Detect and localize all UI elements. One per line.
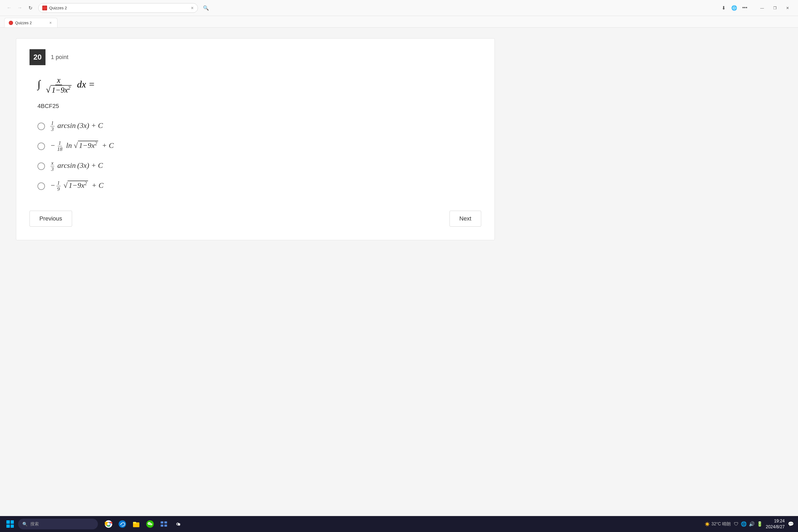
svg-rect-14 bbox=[165, 525, 167, 527]
taskbar-settings[interactable] bbox=[171, 518, 184, 530]
question-id: 4BCF25 bbox=[38, 103, 481, 110]
taskbar-virtual-desktop[interactable] bbox=[157, 518, 170, 530]
option-c[interactable]: x 3 arcsin (3x) + C bbox=[38, 160, 481, 172]
taskbar-edge[interactable] bbox=[116, 518, 129, 530]
download-button[interactable]: ⬇ bbox=[719, 3, 728, 13]
weather-icon: ☀️ bbox=[705, 521, 710, 527]
nav-buttons: ← → ↻ bbox=[4, 3, 35, 13]
taskbar-search[interactable]: 🔍 搜索 bbox=[18, 519, 98, 529]
menu-button[interactable]: ••• bbox=[740, 3, 749, 13]
back-button[interactable]: ← bbox=[4, 3, 14, 13]
integral-symbol: ∫ bbox=[38, 78, 40, 90]
denominator: √1−9x2 bbox=[44, 85, 73, 95]
date-display: 2024/8/27 bbox=[766, 524, 785, 530]
minimize-button[interactable]: — bbox=[756, 3, 768, 13]
question-formula: ∫ x √1−9x2 dx = bbox=[38, 76, 481, 95]
address-text: Quizzes 2 bbox=[49, 5, 189, 10]
previous-button[interactable]: Previous bbox=[30, 211, 72, 227]
close-button[interactable]: ✕ bbox=[781, 3, 794, 13]
equals-symbol: = bbox=[89, 79, 95, 90]
svg-rect-13 bbox=[161, 525, 163, 527]
site-favicon bbox=[42, 5, 47, 11]
reload-button[interactable]: ↻ bbox=[25, 3, 35, 13]
windows-logo bbox=[6, 520, 14, 528]
bottom-navigation: Previous Next bbox=[30, 205, 481, 227]
start-button[interactable] bbox=[4, 518, 16, 530]
taskbar: 🔍 搜索 bbox=[0, 516, 798, 532]
taskbar-search-text: 搜索 bbox=[30, 521, 39, 527]
dx-symbol: dx bbox=[77, 79, 86, 90]
taskbar-wechat[interactable] bbox=[144, 518, 156, 530]
taskbar-explorer[interactable] bbox=[130, 518, 142, 530]
option-a[interactable]: 1 3 arcsin (3x) + C bbox=[38, 120, 481, 132]
svg-point-8 bbox=[150, 523, 152, 525]
volume-icon[interactable]: 🔊 bbox=[749, 521, 755, 527]
globe-button[interactable]: 🌐 bbox=[729, 3, 739, 13]
tab-bar: Quizzes 2 ✕ bbox=[0, 16, 798, 28]
svg-point-2 bbox=[107, 523, 110, 525]
time-display: 19:24 bbox=[766, 518, 785, 524]
browser-chrome: ← → ↻ Quizzes 2 ✕ 🔍 ⬇ 🌐 ••• — ❐ ✕ bbox=[0, 0, 798, 16]
question-header: 20 1 point bbox=[30, 49, 481, 65]
option-d[interactable]: − 1 9 √1−9x2 + C bbox=[38, 180, 481, 192]
taskbar-apps bbox=[102, 518, 184, 530]
option-b[interactable]: − 1 18 ln √1−9x2 + C bbox=[38, 140, 481, 152]
quiz-container: 20 1 point ∫ x √1−9x2 dx = 4BCF25 bbox=[16, 38, 495, 240]
numerator: x bbox=[55, 76, 62, 85]
window-controls: — ❐ ✕ bbox=[756, 3, 794, 13]
tab-title: Quizzes 2 bbox=[15, 21, 46, 25]
answer-options: 1 3 arcsin (3x) + C − 1 18 ln √1−9x2 + C bbox=[38, 120, 481, 192]
next-button[interactable]: Next bbox=[450, 211, 481, 227]
question-points: 1 point bbox=[51, 54, 68, 61]
weather-temp: 32°C 晴朗 bbox=[711, 521, 731, 527]
browser-actions: ⬇ 🌐 ••• bbox=[719, 3, 749, 13]
battery-icon[interactable]: 🔋 bbox=[757, 521, 763, 527]
notification-icon[interactable]: 💬 bbox=[788, 521, 794, 527]
taskbar-chrome[interactable] bbox=[102, 518, 115, 530]
taskbar-right: ☀️ 32°C 晴朗 🛡 🌐 🔊 🔋 19:24 2024/8/27 💬 bbox=[705, 518, 794, 530]
option-d-formula: − 1 9 √1−9x2 + C bbox=[50, 180, 103, 192]
maximize-button[interactable]: ❐ bbox=[769, 3, 781, 13]
network-icon[interactable]: 🌐 bbox=[741, 521, 747, 527]
clock[interactable]: 19:24 2024/8/27 bbox=[766, 518, 785, 530]
tab-favicon bbox=[9, 21, 13, 25]
address-close-icon[interactable]: ✕ bbox=[191, 6, 194, 10]
system-tray: 🛡 🌐 🔊 🔋 bbox=[734, 521, 763, 527]
content-area: 20 1 point ∫ x √1−9x2 dx = 4BCF25 bbox=[0, 28, 798, 516]
option-b-formula: − 1 18 ln √1−9x2 + C bbox=[50, 140, 114, 152]
radio-option-c[interactable] bbox=[38, 163, 45, 170]
svg-point-9 bbox=[148, 523, 149, 524]
radio-option-a[interactable] bbox=[38, 122, 45, 130]
option-c-formula: x 3 arcsin (3x) + C bbox=[50, 160, 103, 172]
active-tab[interactable]: Quizzes 2 ✕ bbox=[4, 18, 57, 27]
forward-button[interactable]: → bbox=[15, 3, 24, 13]
sqrt-content: 1−9x2 bbox=[51, 85, 71, 94]
svg-rect-12 bbox=[165, 521, 167, 524]
radio-option-b[interactable] bbox=[38, 142, 45, 150]
svg-point-10 bbox=[149, 523, 150, 524]
sqrt-sign: √ bbox=[46, 85, 51, 94]
question-number: 20 bbox=[30, 49, 45, 65]
option-a-formula: 1 3 arcsin (3x) + C bbox=[50, 120, 103, 132]
taskbar-search-icon: 🔍 bbox=[22, 521, 28, 527]
address-bar[interactable]: Quizzes 2 ✕ bbox=[38, 3, 198, 13]
tab-close-button[interactable]: ✕ bbox=[48, 20, 53, 25]
antivirus-icon[interactable]: 🛡 bbox=[734, 521, 739, 527]
radio-option-d[interactable] bbox=[38, 183, 45, 190]
svg-rect-11 bbox=[161, 521, 163, 524]
weather-info: ☀️ 32°C 晴朗 bbox=[705, 521, 731, 527]
svg-rect-5 bbox=[133, 522, 136, 524]
search-button[interactable]: 🔍 bbox=[201, 3, 211, 13]
